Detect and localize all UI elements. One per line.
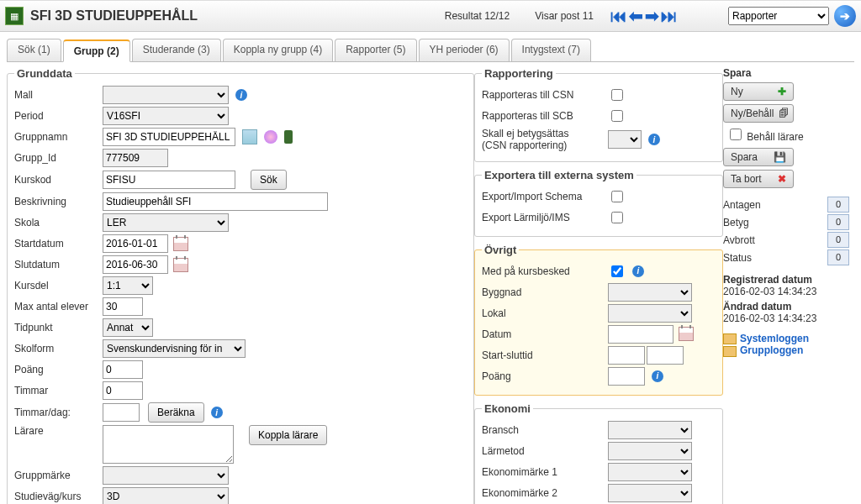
datum-input[interactable] (608, 325, 673, 344)
tabort-button[interactable]: Ta bort✖ (723, 170, 794, 188)
reports-select[interactable]: Rapporter (728, 7, 829, 25)
poang-label: Poäng (14, 364, 103, 375)
mobile-icon[interactable] (284, 130, 293, 144)
bransch-select[interactable] (608, 421, 692, 439)
tab-studerande[interactable]: Studerande (3) (132, 39, 221, 61)
first-record-icon[interactable]: ⏮ (610, 8, 627, 24)
ny-button[interactable]: Ny✚ (723, 82, 794, 101)
koppla-larare-button[interactable]: Koppla lärare (249, 425, 327, 445)
gruppid-label: Grupp_Id (14, 152, 103, 164)
studievag-select[interactable]: 3D (103, 487, 229, 504)
info-icon[interactable]: i (235, 89, 247, 101)
byggnad-label: Byggnad (482, 286, 608, 298)
tab-koppla[interactable]: Koppla ny grupp (4) (223, 39, 333, 61)
kursdel-select[interactable]: 1:1 (103, 276, 153, 295)
maxelev-input[interactable] (103, 297, 143, 316)
ovrigt-poang-label: Poäng (482, 370, 608, 382)
starttid-input[interactable] (608, 346, 645, 365)
csn-checkbox[interactable] (611, 89, 623, 101)
startdatum-input[interactable] (103, 234, 168, 253)
eko2-select[interactable] (608, 484, 692, 502)
prev-record-icon[interactable]: ⬅ (629, 8, 643, 24)
folder-icon (723, 346, 737, 357)
behall-larare-checkbox[interactable] (730, 129, 742, 140)
palette-icon[interactable] (264, 130, 277, 144)
info-icon[interactable]: i (211, 407, 223, 418)
period-select[interactable]: V16SFI (103, 107, 229, 125)
ekonomi-fieldset: Ekonomi Bransch Lärmetod Ekonomimärke 1 … (474, 402, 723, 504)
eko1-label: Ekonomimärke 1 (482, 466, 608, 478)
beskriv-label: Beskrivning (14, 196, 103, 207)
larmiljo-label: Export Lärmiljö/IMS (482, 212, 608, 223)
tab-sok[interactable]: Sök (1) (7, 39, 61, 61)
scb-checkbox[interactable] (611, 110, 623, 122)
rapportering-legend: Rapportering (482, 67, 556, 80)
sluttid-input[interactable] (647, 346, 684, 365)
beskriv-input[interactable] (103, 192, 328, 211)
ovrigt-poang-input[interactable] (608, 367, 645, 386)
info-icon[interactable]: i (632, 265, 644, 277)
grunddata-legend: Grunddata (14, 67, 75, 80)
last-record-icon[interactable]: ⏭ (661, 8, 678, 24)
grunddata-fieldset: Grunddata Malli PeriodV16SFI Gruppnamn G… (7, 67, 474, 504)
result-count: Resultat 12/12 (445, 10, 510, 22)
info-icon[interactable]: i (648, 134, 660, 145)
larare-textarea[interactable] (103, 425, 234, 464)
grupploggen-link[interactable]: Grupploggen (740, 344, 803, 356)
berakna-button[interactable]: Beräkna (148, 402, 204, 423)
sok-button[interactable]: Sök (251, 170, 287, 190)
skolform-select[interactable]: Svenskundervisning för in (103, 339, 246, 358)
skola-select[interactable]: LER (103, 213, 229, 232)
poang-input[interactable] (103, 360, 143, 379)
byggnad-select[interactable] (608, 283, 692, 302)
gruppnamn-input[interactable] (103, 128, 235, 146)
kursdel-label: Kursdel (14, 280, 103, 291)
lokal-select[interactable] (608, 304, 692, 323)
gruppmarke-label: Gruppmärke (14, 470, 103, 481)
schema-checkbox[interactable] (611, 191, 623, 202)
photo-icon[interactable] (242, 129, 257, 144)
gruppmarke-select[interactable] (103, 466, 229, 485)
avbrott-value: 0 (827, 232, 849, 248)
calendar-icon[interactable] (679, 327, 694, 341)
tab-yh[interactable]: YH perioder (6) (419, 39, 510, 61)
skall-label: Skall ej betygsättas (CSN rapportering) (482, 128, 608, 152)
betyg-value: 0 (827, 214, 849, 230)
go-button[interactable]: ➔ (834, 5, 856, 27)
gruppnamn-label: Gruppnamn (14, 131, 103, 143)
info-icon[interactable]: i (652, 370, 663, 382)
period-label: Period (14, 110, 103, 122)
datum-label: Datum (482, 328, 608, 340)
kurskod-input[interactable] (103, 171, 235, 189)
mall-select[interactable] (103, 86, 229, 104)
systemloggen-link[interactable]: Systemloggen (740, 333, 809, 344)
next-record-icon[interactable]: ➡ (645, 8, 659, 24)
page-title: SFI 3D STUDIEUPPEHÅLL (30, 8, 198, 24)
calendar-icon[interactable] (173, 258, 188, 272)
calendar-icon[interactable] (173, 237, 188, 251)
larmetod-select[interactable] (608, 442, 692, 460)
rapportering-fieldset: Rapportering Rapporteras till CSN Rappor… (474, 67, 723, 162)
record-position: Visar post 11 (535, 10, 594, 22)
reg-heading: Registrerad datum (723, 274, 849, 286)
timmar-input[interactable] (103, 381, 143, 400)
skolform-label: Skolform (14, 343, 103, 354)
larmiljo-checkbox[interactable] (611, 212, 623, 223)
skall-select[interactable] (608, 130, 642, 149)
tidpunkt-select[interactable]: Annat (103, 318, 153, 337)
kursbesked-checkbox[interactable] (611, 265, 623, 277)
nybehall-button[interactable]: Ny/Behåll🗐 (723, 104, 794, 123)
tab-rapporter[interactable]: Rapporter (5) (335, 39, 416, 61)
andrad-heading: Ändrad datum (723, 301, 849, 312)
antagen-value: 0 (827, 197, 849, 213)
tab-grupp[interactable]: Grupp (2) (63, 39, 130, 62)
status-value: 0 (827, 249, 849, 265)
spara-button[interactable]: Spara💾 (723, 148, 794, 166)
tab-intyg[interactable]: Intygstext (7) (511, 39, 591, 61)
timdag-input[interactable] (103, 403, 140, 422)
kursbesked-label: Med på kursbesked (482, 265, 608, 277)
slutdatum-input[interactable] (103, 255, 168, 274)
eko1-select[interactable] (608, 463, 692, 481)
larare-label: Lärare (14, 425, 103, 437)
behall-larare-label: Behåll lärare (747, 131, 803, 143)
